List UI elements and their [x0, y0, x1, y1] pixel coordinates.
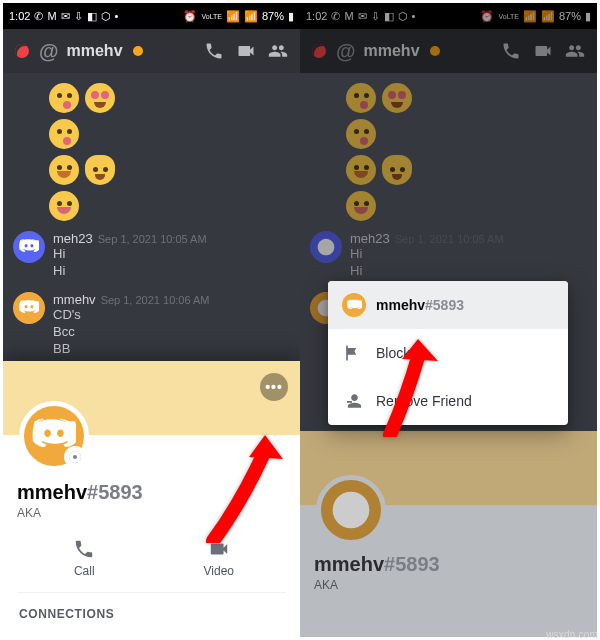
alarm-icon: ⏰	[183, 10, 197, 23]
message[interactable]: meh23Sep 1, 2021 10:05 AM Hi Hi	[13, 227, 300, 288]
msg-line: Bcc	[53, 324, 290, 341]
badge-icon: ⬡	[101, 10, 111, 23]
status-idle-icon	[133, 46, 143, 56]
status-idle-icon	[430, 46, 440, 56]
more-icon: •	[412, 10, 416, 22]
msg-line: Hi	[53, 246, 290, 263]
msg-line: Hi	[53, 263, 290, 280]
remove-friend-label: Remove Friend	[376, 393, 472, 409]
watermark: wsxdn.com	[546, 629, 598, 640]
emoji-kiss-hearts	[49, 83, 79, 113]
menu-remove-friend-button[interactable]: Remove Friend	[328, 377, 568, 425]
emoji-hearts	[85, 83, 115, 113]
phone-screen-right: 1:02 ✆ M ✉ ⇩ ◧ ⬡ • ⏰ VoLTE 📶 📶 87% ▮ @ m…	[300, 3, 597, 637]
menu-tag: #5893	[425, 297, 464, 313]
status-time: 1:02	[306, 10, 327, 22]
user-profile-sheet-dimmed: mmehv#5893 AKA	[300, 431, 597, 637]
volte-icon: VoLTE	[498, 13, 519, 20]
message[interactable]: mmehvSep 1, 2021 10:06 AM CD's Bcc BB	[13, 288, 300, 366]
mentions-badge[interactable]	[310, 42, 328, 60]
emoji-tongue	[49, 191, 79, 221]
video-label: Video	[204, 564, 234, 578]
msg-author[interactable]: mmehv	[53, 292, 96, 307]
badge-icon: ⬡	[398, 10, 408, 23]
emoji-reaction-row	[49, 119, 300, 149]
battery-icon: ▮	[585, 10, 591, 23]
wifi-icon: 📶	[541, 10, 555, 23]
message-icon: ✉	[358, 10, 367, 23]
voice-call-icon[interactable]	[499, 39, 523, 63]
msg-time: Sep 1, 2021 10:05 AM	[98, 233, 207, 245]
presence-offline-icon	[64, 446, 86, 468]
video-call-icon[interactable]	[234, 39, 258, 63]
emoji-cat-love	[85, 155, 115, 185]
user-profile-sheet[interactable]: ••• mmehv#5893 AKA Call Vi	[3, 361, 300, 637]
connections-heading: CONNECTIONS	[17, 593, 286, 627]
menu-header: mmehv#5893	[328, 281, 568, 329]
flag-icon	[342, 343, 362, 363]
remove-user-icon	[342, 391, 362, 411]
app-icon: ◧	[87, 10, 97, 23]
menu-avatar-icon	[342, 293, 366, 317]
phone-screen-left: 1:02 ✆ M ✉ ⇩ ◧ ⬡ • ⏰ VoLTE 📶 📶 87% ▮ @ m…	[3, 3, 300, 637]
mentions-badge[interactable]	[13, 42, 31, 60]
menu-block-button[interactable]: Block	[328, 329, 568, 377]
emoji-cat-love	[382, 155, 412, 185]
msg-line: CD's	[53, 307, 290, 324]
profile-discriminator: #5893	[87, 481, 143, 503]
menu-username: mmehv	[376, 297, 425, 313]
avatar[interactable]	[13, 292, 45, 324]
header-username[interactable]: mmehv	[364, 42, 420, 60]
profile-username: mmehv#5893	[17, 481, 286, 504]
battery-pct: 87%	[559, 10, 581, 22]
signal-icon: 📶	[523, 10, 537, 23]
profile-avatar[interactable]	[19, 401, 89, 471]
alarm-icon: ⏰	[480, 10, 494, 23]
call-label: Call	[74, 564, 95, 578]
emoji-tongue	[346, 191, 376, 221]
gmail-icon: M	[344, 10, 353, 22]
emoji-hearts	[382, 83, 412, 113]
gmail-icon: M	[47, 10, 56, 22]
message-icon: ✉	[61, 10, 70, 23]
emoji-kiss	[49, 119, 79, 149]
dm-header: @ mmehv	[300, 29, 597, 73]
whatsapp-icon: ✆	[34, 10, 43, 23]
phone-icon	[73, 538, 95, 560]
profile-avatar	[316, 475, 386, 545]
at-icon: @	[336, 40, 356, 63]
msg-author[interactable]: meh23	[53, 231, 93, 246]
block-label: Block	[376, 345, 410, 361]
dm-header: @ mmehv	[3, 29, 300, 73]
download-icon: ⇩	[74, 10, 83, 23]
more-options-button[interactable]: •••	[260, 373, 288, 401]
user-options-menu: mmehv#5893 Block Remove Friend	[328, 281, 568, 425]
wifi-icon: 📶	[244, 10, 258, 23]
signal-icon: 📶	[226, 10, 240, 23]
users-icon[interactable]	[266, 39, 290, 63]
users-icon[interactable]	[563, 39, 587, 63]
profile-call-button[interactable]: Call	[17, 538, 152, 578]
voice-call-icon[interactable]	[202, 39, 226, 63]
msg-time: Sep 1, 2021 10:06 AM	[101, 294, 210, 306]
emoji-kiss-hearts	[346, 83, 376, 113]
more-icon: •	[115, 10, 119, 22]
emoji-kiss	[346, 119, 376, 149]
profile-video-button[interactable]: Video	[152, 538, 287, 578]
emoji-reaction-row	[49, 83, 300, 113]
whatsapp-icon: ✆	[331, 10, 340, 23]
battery-pct: 87%	[262, 10, 284, 22]
at-icon: @	[39, 40, 59, 63]
volte-icon: VoLTE	[201, 13, 222, 20]
android-status-bar: 1:02 ✆ M ✉ ⇩ ◧ ⬡ • ⏰ VoLTE 📶 📶 87% ▮	[3, 3, 300, 29]
status-time: 1:02	[9, 10, 30, 22]
battery-icon: ▮	[288, 10, 294, 23]
emoji-blush	[346, 155, 376, 185]
header-username[interactable]: mmehv	[67, 42, 123, 60]
avatar[interactable]	[310, 231, 342, 263]
video-call-icon[interactable]	[531, 39, 555, 63]
message[interactable]: meh23Sep 1, 2021 10:05 AM HiHi	[310, 227, 597, 288]
avatar[interactable]	[13, 231, 45, 263]
video-icon	[208, 538, 230, 560]
profile-aka-label: AKA	[17, 506, 286, 520]
